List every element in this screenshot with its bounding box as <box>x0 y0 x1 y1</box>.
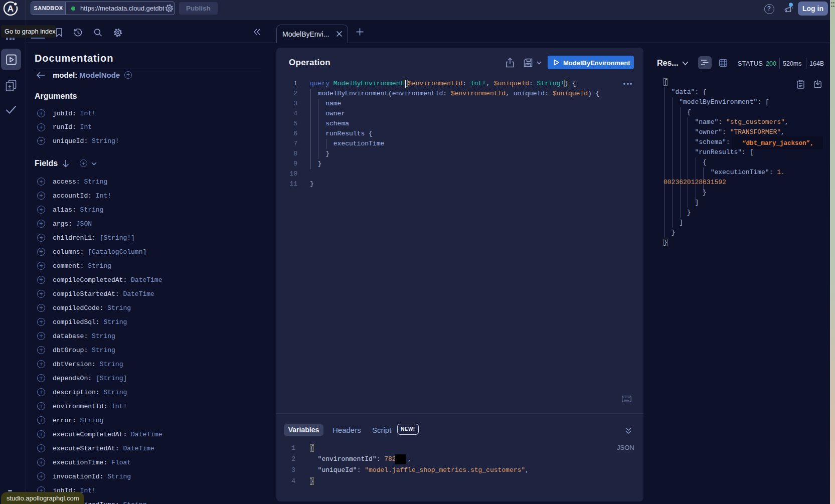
svg-text:A: A <box>8 4 14 14</box>
